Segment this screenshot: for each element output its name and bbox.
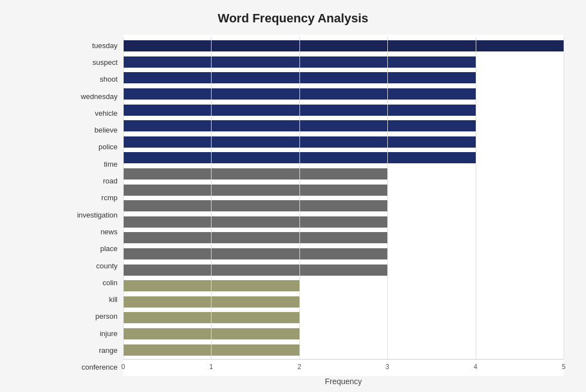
y-label-vehicle: vehicle	[62, 105, 123, 121]
bar-news	[123, 216, 387, 228]
bar-row-investigation	[123, 198, 564, 214]
y-label-tuesday: tuesday	[62, 37, 123, 54]
bar-row-news	[123, 214, 564, 230]
tick-1: 1	[209, 363, 213, 371]
bar-row-vehicle	[123, 102, 564, 118]
y-label-believe: believe	[62, 121, 123, 138]
bar-row-place	[123, 230, 564, 246]
y-axis-labels: tuesdaysuspectshootwednesdayvehiclebelie…	[62, 35, 123, 376]
bar-row-shoot	[123, 70, 564, 86]
bar-rcmp	[123, 185, 387, 196]
y-label-police: police	[62, 139, 123, 155]
tick-0: 0	[121, 363, 125, 371]
tick-container: 012345	[123, 360, 564, 376]
bar-row-wednesday	[123, 86, 564, 102]
gridline-4	[476, 37, 476, 359]
y-label-injure: injure	[62, 325, 123, 342]
bar-row-range	[123, 326, 564, 342]
bar-row-police	[123, 134, 564, 150]
bar-row-tuesday	[123, 38, 564, 54]
y-label-wednesday: wednesday	[62, 88, 123, 105]
bar-investigation	[123, 200, 387, 211]
y-label-range: range	[62, 342, 123, 358]
bar-row-colin	[123, 262, 564, 278]
bar-road	[123, 168, 387, 180]
bar-row-injure	[123, 310, 564, 326]
y-label-time: time	[62, 155, 123, 172]
y-label-shoot: shoot	[62, 71, 123, 88]
bar-place	[123, 232, 387, 243]
tick-3: 3	[386, 363, 390, 371]
bar-county	[123, 248, 387, 259]
chart-title: Word Frequency Analysis	[42, 11, 544, 26]
tick-4: 4	[474, 363, 477, 371]
bar-row-kill	[123, 278, 564, 294]
y-label-colin: colin	[62, 274, 123, 291]
bar-row-suspect	[123, 54, 564, 70]
y-label-county: county	[62, 257, 123, 274]
bar-row-person	[123, 294, 564, 310]
bar-row-believe	[123, 118, 564, 134]
y-label-place: place	[62, 240, 123, 257]
y-label-road: road	[62, 172, 123, 189]
y-label-news: news	[62, 223, 123, 240]
bar-tuesday	[123, 40, 564, 51]
chart-container: Word Frequency Analysis tuesdaysuspectsh…	[0, 0, 586, 392]
y-label-kill: kill	[62, 291, 123, 308]
y-label-suspect: suspect	[62, 54, 123, 70]
gridline-2	[299, 37, 300, 359]
bars-area	[123, 37, 564, 359]
bar-row-rcmp	[123, 182, 564, 198]
y-label-rcmp: rcmp	[62, 190, 123, 206]
x-axis: 012345	[123, 359, 564, 376]
tick-2: 2	[297, 363, 301, 371]
y-label-person: person	[62, 308, 123, 325]
gridline-3	[387, 37, 388, 359]
x-axis-title: Frequency	[123, 377, 564, 386]
y-label-investigation: investigation	[62, 206, 123, 223]
bar-row-county	[123, 246, 564, 262]
gridline-1	[211, 37, 212, 359]
plot-area: 012345	[123, 35, 564, 376]
bar-row-conference	[123, 342, 564, 358]
bar-row-road	[123, 166, 564, 182]
gridline-0	[123, 37, 124, 359]
y-label-conference: conference	[62, 359, 123, 376]
bar-row-time	[123, 150, 564, 166]
tick-5: 5	[562, 363, 566, 371]
bars-container	[123, 37, 564, 359]
bar-colin	[123, 265, 387, 276]
gridline-5	[564, 37, 564, 359]
